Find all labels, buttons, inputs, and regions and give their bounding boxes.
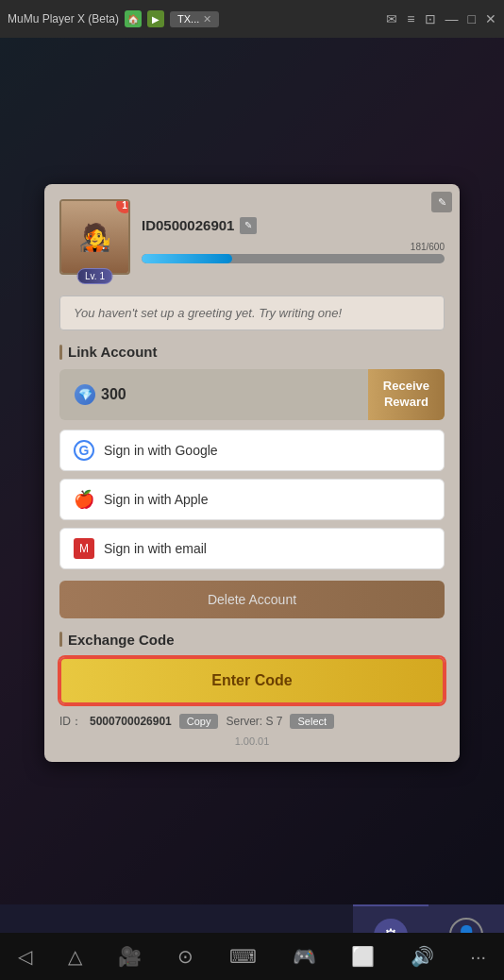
email-icon[interactable]: ✉ <box>386 11 397 26</box>
exchange-code-label: Exchange Code <box>68 632 175 648</box>
version-text: 1.00.01 <box>59 735 445 747</box>
apple-icon: 🍎 <box>74 489 94 510</box>
link-account-section: Link Account 💎 300 Receive Reward G Sign… <box>59 344 445 618</box>
resize-icon[interactable]: ⊡ <box>425 11 436 26</box>
xp-label: 181/600 <box>142 242 445 252</box>
avatar: 🧑‍🎤 <box>61 201 128 273</box>
title-bar-controls: ✉ ≡ ⊡ — □ ✕ <box>386 11 496 26</box>
title-bar: MuMu Player X (Beta) 🏠 ▶ TX... ✕ ✉ ≡ ⊡ —… <box>0 0 504 38</box>
game-background: 🧑‍🎤 1 Lv. 1 ID0500026901 ✎ 181/600 ✎ <box>0 38 504 980</box>
email-label: Sign in with email <box>104 541 207 556</box>
close-window-icon[interactable]: ✕ <box>485 11 496 26</box>
user-id-row: ID0500026901 ✎ <box>142 217 445 234</box>
profile-modal: 🧑‍🎤 1 Lv. 1 ID0500026901 ✎ 181/600 ✎ <box>44 184 460 762</box>
greeting-text: You haven't set up a greeting yet. Try w… <box>74 306 342 320</box>
more-nav-icon[interactable]: ··· <box>470 946 486 968</box>
select-button[interactable]: Select <box>290 714 334 729</box>
delete-account-button[interactable]: Delete Account <box>59 581 445 618</box>
back-nav-icon[interactable]: ◁ <box>18 945 32 968</box>
tab-label: TX... <box>177 13 199 25</box>
reward-gems: 💎 300 <box>59 375 368 414</box>
server-label: Server: S 7 <box>226 715 282 728</box>
id-value: 5000700026901 <box>90 715 172 728</box>
xp-bar-container: 181/600 <box>142 242 445 263</box>
menu-icon[interactable]: ≡ <box>407 11 414 26</box>
google-icon: G <box>74 440 94 461</box>
link-account-title: Link Account <box>59 344 445 360</box>
id-label: ID： <box>59 714 82 730</box>
gem-icon: 💎 <box>75 384 95 405</box>
active-tab[interactable]: TX... ✕ <box>170 11 219 27</box>
gem-count: 300 <box>101 386 126 403</box>
signin-apple-button[interactable]: 🍎 Sign in with Apple <box>59 479 445 520</box>
enter-code-label: Enter Code <box>211 672 292 688</box>
enter-code-button[interactable]: Enter Code <box>59 657 445 704</box>
edit-id-icon[interactable]: ✎ <box>240 217 257 234</box>
section-bar-2 <box>59 632 62 647</box>
greeting-box[interactable]: You haven't set up a greeting yet. Try w… <box>59 296 445 330</box>
delete-label: Delete Account <box>208 592 296 607</box>
system-nav-bar: ◁ △ 🎥 ⊙ ⌨ 🎮 ⬜ 🔊 ··· <box>0 933 504 980</box>
reward-row: 💎 300 Receive Reward <box>59 369 445 420</box>
level-badge: Lv. 1 <box>76 268 113 284</box>
recents-nav-icon[interactable]: ⊙ <box>177 945 193 968</box>
volume-nav-icon[interactable]: 🔊 <box>411 945 434 968</box>
profile-section: 🧑‍🎤 1 Lv. 1 ID0500026901 ✎ 181/600 ✎ <box>59 199 445 284</box>
xp-bar-fill <box>142 254 232 263</box>
app-name: MuMu Player X (Beta) <box>8 12 119 25</box>
close-tab-icon[interactable]: ✕ <box>203 13 211 25</box>
section-bar <box>59 345 62 360</box>
copy-button[interactable]: Copy <box>179 714 219 729</box>
play-icon[interactable]: ▶ <box>147 10 164 27</box>
footer-row: ID： 5000700026901 Copy Server: S 7 Selec… <box>59 714 445 730</box>
avatar-frame: 🧑‍🎤 1 <box>59 199 130 275</box>
title-bar-left: MuMu Player X (Beta) 🏠 ▶ TX... ✕ <box>8 10 386 27</box>
exchange-code-section: Exchange Code Enter Code <box>59 632 445 714</box>
receive-reward-button[interactable]: Receive Reward <box>368 369 445 420</box>
xp-bar-background <box>142 254 445 263</box>
profile-info: ID0500026901 ✎ 181/600 <box>142 217 445 267</box>
exchange-code-title: Exchange Code <box>59 632 445 648</box>
apple-label: Sign in with Apple <box>104 492 209 507</box>
edit-profile-button[interactable]: ✎ <box>431 192 452 212</box>
maximize-icon[interactable]: □ <box>468 11 476 26</box>
home-nav-icon[interactable]: △ <box>68 945 82 968</box>
minimize-icon[interactable]: — <box>445 11 459 26</box>
camera-nav-icon[interactable]: 🎥 <box>118 945 142 968</box>
google-label: Sign in with Google <box>104 443 218 458</box>
keyboard-nav-icon[interactable]: ⌨ <box>229 945 257 968</box>
email-icon: M <box>74 538 94 559</box>
signin-google-button[interactable]: G Sign in with Google <box>59 430 445 471</box>
screen-nav-icon[interactable]: ⬜ <box>351 945 375 968</box>
gamepad-nav-icon[interactable]: 🎮 <box>293 945 316 968</box>
avatar-container: 🧑‍🎤 1 Lv. 1 <box>59 199 130 284</box>
signin-email-button[interactable]: M Sign in with email <box>59 528 445 569</box>
user-id: ID0500026901 <box>142 217 234 233</box>
link-account-label: Link Account <box>68 344 157 360</box>
home-icon[interactable]: 🏠 <box>125 10 142 27</box>
notification-badge: 1 <box>116 199 130 213</box>
